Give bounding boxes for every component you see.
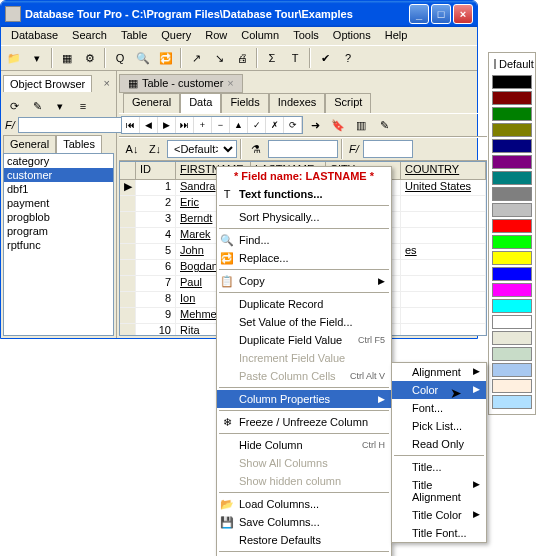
color-swatch[interactable] (492, 299, 532, 313)
tool-table-icon[interactable]: ▦ (56, 47, 78, 69)
cell-id[interactable]: 8 (136, 292, 176, 307)
object-browser-tab[interactable]: Object Browser (3, 75, 92, 92)
color-default[interactable]: Default (492, 56, 532, 72)
col-header-id[interactable]: ID (136, 162, 176, 179)
nav-prev-icon[interactable]: ◀ (140, 117, 158, 133)
refresh-icon[interactable]: ⟳ (3, 95, 25, 117)
cell-id[interactable]: 1 (136, 180, 176, 195)
columns-icon[interactable]: ▥ (350, 114, 372, 136)
ctx-find[interactable]: 🔍Find... (217, 231, 391, 249)
color-swatch[interactable] (492, 155, 532, 169)
ctx-replace[interactable]: 🔁Replace... (217, 249, 391, 267)
menu-table[interactable]: Table (115, 28, 153, 44)
color-swatch[interactable] (492, 107, 532, 121)
ctx-load-columns[interactable]: 📂Load Columns... (217, 495, 391, 513)
sub-color[interactable]: Color▶ (392, 381, 486, 399)
tool-db-icon[interactable]: ▾ (26, 47, 48, 69)
tool-check-icon[interactable]: ✔ (314, 47, 336, 69)
sub-title[interactable]: Title... (392, 458, 486, 476)
row-header[interactable] (120, 276, 136, 291)
nav-cancel-icon[interactable]: ✗ (266, 117, 284, 133)
row-header[interactable] (120, 244, 136, 259)
maximize-button[interactable]: □ (431, 4, 451, 24)
tool-replace-icon[interactable]: 🔁 (155, 47, 177, 69)
cell-id[interactable]: 9 (136, 308, 176, 323)
row-header-corner[interactable] (120, 162, 136, 179)
color-swatch[interactable] (492, 235, 532, 249)
sub-picklist[interactable]: Pick List... (392, 417, 486, 435)
nav-next-icon[interactable]: ▶ (158, 117, 176, 133)
ctx-dup-field[interactable]: Duplicate Field ValueCtrl F5 (217, 331, 391, 349)
tool-sum-icon[interactable]: Σ (261, 47, 283, 69)
ctx-restore[interactable]: Restore Defaults (217, 531, 391, 549)
nav-edit-icon[interactable]: ▲ (230, 117, 248, 133)
color-swatch[interactable] (492, 315, 532, 329)
tab-general[interactable]: General (3, 135, 56, 153)
ctx-sort[interactable]: Sort Physically... (217, 208, 391, 226)
cell-id[interactable]: 5 (136, 244, 176, 259)
cell-id[interactable]: 3 (136, 212, 176, 227)
cell-id[interactable]: 4 (136, 228, 176, 243)
close-button[interactable]: × (453, 4, 473, 24)
color-swatch[interactable] (492, 395, 532, 409)
menu-row[interactable]: Row (199, 28, 233, 44)
ctx-save-columns[interactable]: 💾Save Columns... (217, 513, 391, 531)
sub-readonly[interactable]: Read Only (392, 435, 486, 453)
color-swatch[interactable] (492, 75, 532, 89)
viewtab-script[interactable]: Script (325, 93, 371, 113)
cell-country[interactable] (401, 260, 486, 275)
menu-search[interactable]: Search (66, 28, 113, 44)
color-swatch[interactable] (492, 91, 532, 105)
list-item[interactable]: payment (4, 196, 113, 210)
filter-expr-input[interactable] (268, 140, 338, 158)
new-icon[interactable]: ✎ (26, 95, 48, 117)
viewtab-fields[interactable]: Fields (221, 93, 268, 113)
menu-options[interactable]: Options (327, 28, 377, 44)
row-header[interactable] (120, 324, 136, 336)
row-header[interactable] (120, 196, 136, 211)
row-header[interactable] (120, 212, 136, 227)
table-list[interactable]: category customer dbf1 payment progblob … (3, 153, 114, 336)
cell-country[interactable]: United States (401, 180, 486, 195)
tool-help-icon[interactable]: ? (337, 47, 359, 69)
tool-export-icon[interactable]: ↗ (185, 47, 207, 69)
list-item[interactable]: rptfunc (4, 238, 113, 252)
ctx-set-value[interactable]: Set Value of the Field... (217, 313, 391, 331)
tool-text-icon[interactable]: T (284, 47, 306, 69)
filter-icon[interactable]: ⚗ (245, 138, 267, 160)
close-tab-icon[interactable]: × (227, 77, 233, 89)
color-swatch[interactable] (492, 379, 532, 393)
color-swatch[interactable] (492, 187, 532, 201)
menu-query[interactable]: Query (155, 28, 197, 44)
row-header[interactable] (120, 308, 136, 323)
menu-column[interactable]: Column (235, 28, 285, 44)
list-item[interactable]: category (4, 154, 113, 168)
nav-last-icon[interactable]: ⏭ (176, 117, 194, 133)
tab-tables[interactable]: Tables (56, 135, 102, 153)
color-swatch[interactable] (492, 283, 532, 297)
sub-title-font[interactable]: Title Font... (392, 524, 486, 542)
nav-refresh-icon[interactable]: ⟳ (284, 117, 302, 133)
viewtab-data[interactable]: Data (180, 93, 221, 113)
list-item[interactable]: progblob (4, 210, 113, 224)
color-swatch[interactable] (492, 203, 532, 217)
ctx-hide-column[interactable]: Hide ColumnCtrl H (217, 436, 391, 454)
cell-country[interactable] (401, 324, 486, 336)
format-icon[interactable]: ✎ (373, 114, 395, 136)
cell-id[interactable]: 7 (136, 276, 176, 291)
tool-props-icon[interactable]: ⚙ (79, 47, 101, 69)
color-swatch[interactable] (492, 363, 532, 377)
color-swatch[interactable] (492, 139, 532, 153)
cell-country[interactable] (401, 308, 486, 323)
sort-asc-icon[interactable]: A↓ (121, 138, 143, 160)
ctx-duplicate-record[interactable]: Duplicate Record (217, 295, 391, 313)
menu-help[interactable]: Help (379, 28, 414, 44)
titlebar[interactable]: Database Tour Pro - C:\Program Files\Dat… (1, 1, 477, 27)
cell-country[interactable] (401, 228, 486, 243)
tool-import-icon[interactable]: ↘ (208, 47, 230, 69)
ctx-column-properties[interactable]: Column Properties▶ (217, 390, 391, 408)
color-swatch[interactable] (492, 331, 532, 345)
nav-post-icon[interactable]: ✓ (248, 117, 266, 133)
tree-icon[interactable]: ≡ (72, 95, 94, 117)
cell-country[interactable]: es (401, 244, 486, 259)
